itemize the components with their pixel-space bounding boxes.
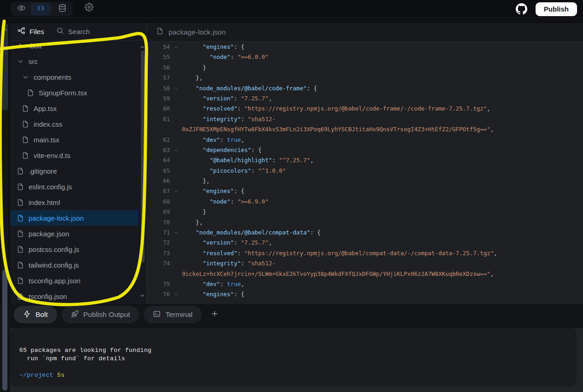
tab-files[interactable]: Files xyxy=(17,27,44,36)
tree-file-tsconfig.json[interactable]: tsconfig.json xyxy=(10,288,138,304)
preview-button[interactable] xyxy=(12,3,31,15)
code-area[interactable]: 54 "engines": {55 "node": ">=6.0.0"56 }5… xyxy=(147,42,583,304)
tree-label: vite-env.d.ts xyxy=(34,152,70,159)
code-text: "dev": true, xyxy=(182,135,245,145)
code-line: 70 }, xyxy=(147,217,583,228)
tree-label: index.html xyxy=(29,199,60,206)
tree-folder-components[interactable]: components xyxy=(10,69,138,85)
tab-bolt[interactable]: Bolt xyxy=(14,306,57,323)
tree-file-.gitignore[interactable]: .gitignore xyxy=(10,163,138,179)
line-number: 62 xyxy=(147,135,170,145)
tree-file-main.tsx[interactable]: main.tsx xyxy=(10,132,138,147)
code-text: "resolved": "https://registry.npmjs.org/… xyxy=(182,104,490,114)
code-text: "engines": { xyxy=(182,186,244,196)
file-icon xyxy=(17,199,24,206)
sidebar-scroll-up-icon[interactable] xyxy=(140,43,145,49)
fold-chevron-icon[interactable] xyxy=(170,145,182,155)
line-number: 73 xyxy=(147,248,170,258)
fold-spacer xyxy=(170,73,182,83)
code-text: "integrity": "sha512- xyxy=(182,258,275,269)
github-icon[interactable] xyxy=(516,3,527,15)
line-number: 63 xyxy=(147,145,170,155)
tree-label: src xyxy=(29,58,38,65)
page-scrollbar-top-segment[interactable] xyxy=(1,23,8,111)
code-text: "engines": { xyxy=(182,289,244,299)
tab-publish-output[interactable]: Publish Output xyxy=(62,306,140,323)
scroll-up-icon[interactable] xyxy=(2,26,8,32)
tree-file-tsconfig.app.json[interactable]: tsconfig.app.json xyxy=(10,273,138,288)
tree-file-index.css[interactable]: index.css xyxy=(10,116,138,132)
page-scrollbar-thumb[interactable] xyxy=(2,269,7,391)
tab-terminal[interactable]: Terminal xyxy=(144,306,202,323)
sidebar-scrollbar-thumb[interactable] xyxy=(141,51,145,263)
tree-folder-src[interactable]: src xyxy=(10,53,138,69)
bottom-panel: Bolt Publish Output Terminal 65 packages… xyxy=(0,304,583,392)
line-number: 55 xyxy=(147,52,170,62)
tree-folder-.bolt[interactable]: .bolt xyxy=(10,41,138,53)
code-text: "node_modules/@babel/code-frame": { xyxy=(182,83,317,94)
file-icon xyxy=(17,167,24,175)
fold-spacer xyxy=(170,279,182,289)
page-scrollbar[interactable] xyxy=(1,23,8,391)
database-icon xyxy=(58,4,67,14)
bolt-tab-label: Bolt xyxy=(35,310,48,319)
tree-file-tailwind.config.js[interactable]: tailwind.config.js xyxy=(10,257,138,273)
settings-button[interactable] xyxy=(79,2,99,14)
tree-file-SignupForm.tsx[interactable]: SignupForm.tsx xyxy=(10,85,138,100)
tree-file-App.tsx[interactable]: App.tsx xyxy=(10,100,138,116)
search-icon xyxy=(56,27,64,36)
code-line: 68 "node": ">=6.9.0" xyxy=(147,197,583,207)
file-icon xyxy=(17,246,24,253)
code-text: "engines": { xyxy=(182,42,244,52)
terminal-output[interactable]: 65 packages are looking for funding run … xyxy=(10,328,577,386)
fold-chevron-icon[interactable] xyxy=(170,186,182,196)
code-text: "dependencies": { xyxy=(182,145,262,155)
tree-file-package.json[interactable]: package.json xyxy=(10,226,138,241)
chevron-down-icon xyxy=(17,58,24,65)
file-icon xyxy=(22,152,29,159)
fold-spacer xyxy=(170,114,182,124)
tree-file-eslint.config.js[interactable]: eslint.config.js xyxy=(10,179,138,194)
tree-file-package-lock.json[interactable]: package-lock.json xyxy=(10,210,138,226)
code-line: 60 "resolved": "https://registry.npmjs.o… xyxy=(147,104,583,114)
code-text: "version": "7.25.7", xyxy=(182,94,272,104)
code-line: 64 "@babel/highlight": "^7.25.7", xyxy=(147,155,583,165)
eye-icon xyxy=(17,4,26,14)
fold-chevron-icon[interactable] xyxy=(170,289,182,299)
fold-spacer xyxy=(170,207,182,217)
file-icon xyxy=(17,214,24,222)
code-line: 54 "engines": { xyxy=(147,42,583,52)
tree-file-index.html[interactable]: index.html xyxy=(10,194,138,210)
code-line: 61 "integrity": "sha512- xyxy=(147,114,583,124)
code-view-button[interactable] xyxy=(31,3,50,15)
fold-chevron-icon[interactable] xyxy=(170,228,182,238)
file-icon xyxy=(17,261,24,269)
code-text: 0xZJFNE5XMpENsgfHYTw8FbX4kv53mFLn2i3XPoq… xyxy=(182,124,494,135)
file-icon xyxy=(22,136,29,144)
fold-spacer xyxy=(170,135,182,145)
line-number: 72 xyxy=(147,238,170,248)
code-line: 74 "integrity": "sha512- xyxy=(147,258,583,269)
tab-search[interactable]: Search xyxy=(56,27,90,36)
tree-label: package.json xyxy=(29,230,69,238)
code-line: 73 "resolved": "https://registry.npmjs.o… xyxy=(147,248,583,258)
code-line: 63 "dependencies": { xyxy=(147,145,583,155)
line-number: 60 xyxy=(147,104,170,114)
open-file-name: package-lock.json xyxy=(169,28,226,36)
code-line: 58 "node_modules/@babel/code-frame": { xyxy=(147,83,583,94)
code-line: 75 "dev": true, xyxy=(147,279,583,289)
sidebar-scroll-down-icon[interactable] xyxy=(140,292,145,298)
fold-chevron-icon[interactable] xyxy=(170,83,182,94)
fold-chevron-icon[interactable] xyxy=(170,42,182,52)
database-button[interactable] xyxy=(52,3,72,15)
add-terminal-button[interactable] xyxy=(209,309,220,320)
code-line: 76 "engines": { xyxy=(147,289,583,299)
line-number: 68 xyxy=(147,197,170,207)
panel-tabs: Bolt Publish Output Terminal xyxy=(14,306,220,323)
code-text: "node": ">=6.9.0" xyxy=(182,197,268,207)
tree-file-vite-env.d.ts[interactable]: vite-env.d.ts xyxy=(10,147,138,163)
code-text: }, xyxy=(182,73,203,83)
code-line: 62 "dev": true, xyxy=(147,135,583,145)
tree-file-postcss.config.js[interactable]: postcss.config.js xyxy=(10,241,138,257)
publish-button[interactable]: Publish xyxy=(536,2,577,16)
